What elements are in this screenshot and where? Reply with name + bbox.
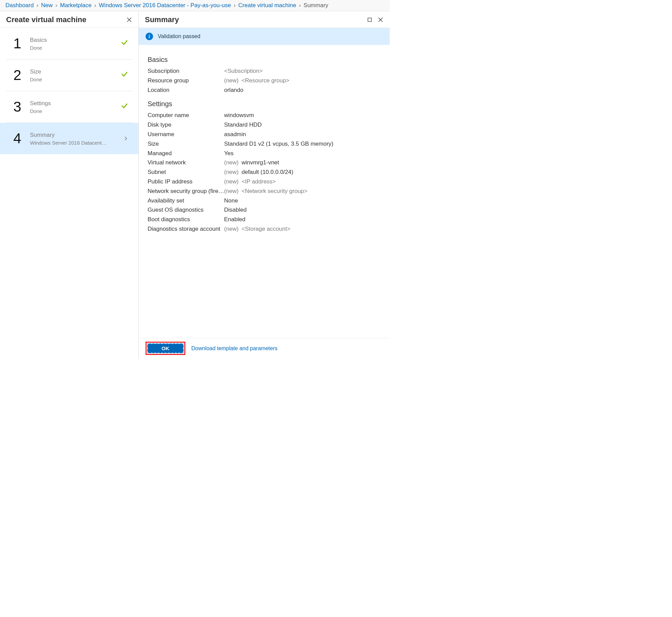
- kv-value: Disabled: [224, 206, 247, 214]
- kv-key: Size: [148, 140, 224, 148]
- kv-new-prefix: (new): [224, 159, 240, 166]
- info-icon: i: [146, 33, 153, 40]
- kv-new-prefix: (new): [224, 178, 240, 185]
- kv-value-text: orlando: [224, 87, 243, 93]
- kv-key: Availability set: [148, 197, 224, 205]
- step-subtitle: Windows Server 2016 Datacenter …: [30, 140, 108, 146]
- kv-value: (new) <Resource group>: [224, 77, 289, 85]
- breadcrumb-separator: ›: [36, 2, 38, 9]
- kv-value: asadmin: [224, 130, 246, 139]
- kv-row: Computer namewindowsvm: [148, 111, 381, 120]
- step-number: 4: [10, 130, 24, 147]
- step-labels: BasicsDone: [30, 37, 121, 51]
- step-title: Settings: [30, 100, 121, 107]
- breadcrumb-item: Summary: [304, 2, 329, 9]
- step-number: 3: [10, 99, 24, 115]
- kv-new-prefix: (new): [224, 226, 240, 232]
- breadcrumb-item[interactable]: Marketplace: [60, 2, 92, 9]
- summary-body: Basics Subscription<Subscription>Resourc…: [139, 45, 390, 338]
- breadcrumb-item[interactable]: Create virtual machine: [238, 2, 296, 9]
- kv-new-prefix: (new): [224, 188, 240, 194]
- kv-value: <Subscription>: [224, 67, 263, 75]
- right-blade-header: Summary: [139, 11, 390, 28]
- left-blade-title: Create virtual machine: [6, 15, 86, 24]
- breadcrumb-separator: ›: [299, 2, 301, 9]
- breadcrumb-separator: ›: [94, 2, 96, 9]
- kv-key: Subnet: [148, 168, 224, 176]
- breadcrumb-separator: ›: [55, 2, 57, 9]
- kv-row: Usernameasadmin: [148, 130, 381, 139]
- kv-value: Yes: [224, 149, 234, 158]
- kv-value: None: [224, 197, 238, 205]
- kv-row: Diagnostics storage account(new) <Storag…: [148, 224, 381, 234]
- close-icon[interactable]: [126, 17, 132, 23]
- kv-value: windowsvm: [224, 111, 254, 119]
- step-subtitle: Done: [30, 108, 108, 114]
- kv-value: orlando: [224, 86, 243, 94]
- kv-value-text: Yes: [224, 150, 234, 157]
- kv-key: Resource group: [148, 77, 224, 85]
- kv-key: Public IP address: [148, 178, 224, 186]
- breadcrumb-item[interactable]: Dashboard: [5, 2, 34, 9]
- step-item-summary[interactable]: 4SummaryWindows Server 2016 Datacenter …: [0, 123, 138, 154]
- check-icon: [121, 70, 128, 80]
- kv-value-text: windowsvm: [224, 112, 254, 118]
- kv-row: Virtual network(new) winvmrg1-vnet: [148, 158, 381, 167]
- maximize-icon[interactable]: [367, 17, 373, 23]
- validation-text: Validation passed: [158, 33, 200, 39]
- summary-blade: Summary i Validation passed Basics Subsc…: [139, 11, 390, 358]
- breadcrumb-separator: ›: [234, 2, 236, 9]
- kv-row: SizeStandard D1 v2 (1 vcpus, 3.5 GB memo…: [148, 139, 381, 149]
- breadcrumb-item[interactable]: Windows Server 2016 Datacenter - Pay-as-…: [99, 2, 231, 9]
- step-item-settings[interactable]: 3SettingsDone: [6, 91, 132, 123]
- kv-key: Managed: [148, 149, 224, 158]
- step-item-size[interactable]: 2SizeDone: [6, 60, 132, 91]
- chevron-right-icon: [123, 135, 128, 143]
- kv-key: Disk type: [148, 121, 224, 129]
- step-title: Basics: [30, 37, 121, 44]
- right-blade-title: Summary: [145, 15, 179, 24]
- step-number: 2: [10, 67, 24, 83]
- kv-value-text: Disabled: [224, 207, 247, 213]
- kv-value-text: default (10.0.0.0/24): [241, 169, 293, 175]
- kv-value: Enabled: [224, 215, 245, 224]
- step-number: 1: [10, 35, 24, 52]
- step-labels: SummaryWindows Server 2016 Datacenter …: [30, 132, 123, 146]
- kv-row: ManagedYes: [148, 149, 381, 158]
- step-subtitle: Done: [30, 77, 108, 82]
- basics-rows: Subscription<Subscription>Resource group…: [148, 66, 381, 95]
- kv-new-prefix: (new): [224, 169, 240, 175]
- kv-row: Boot diagnosticsEnabled: [148, 215, 381, 224]
- ok-button[interactable]: OK: [147, 343, 184, 353]
- section-heading-settings: Settings: [148, 100, 381, 108]
- close-icon[interactable]: [377, 17, 384, 23]
- blade-footer: OK Download template and parameters: [139, 338, 390, 358]
- kv-row: Locationorlando: [148, 85, 381, 95]
- kv-value-text: <Resource group>: [241, 77, 289, 84]
- kv-key: Virtual network: [148, 159, 224, 167]
- kv-row: Resource group(new) <Resource group>: [148, 76, 381, 85]
- step-subtitle: Done: [30, 45, 108, 51]
- step-title: Summary: [30, 132, 123, 139]
- kv-value: (new) <IP address>: [224, 178, 276, 186]
- kv-value: (new) <Storage account>: [224, 225, 290, 233]
- breadcrumb: Dashboard›New›Marketplace›Windows Server…: [0, 0, 390, 11]
- kv-value-text: <Subscription>: [224, 68, 263, 74]
- breadcrumb-item[interactable]: New: [41, 2, 53, 9]
- kv-value: Standard HDD: [224, 121, 262, 129]
- create-vm-blade: Create virtual machine 1BasicsDone2SizeD…: [0, 11, 139, 358]
- kv-key: Computer name: [148, 111, 224, 119]
- left-blade-header: Create virtual machine: [0, 11, 138, 28]
- kv-key: Boot diagnostics: [148, 215, 224, 224]
- step-item-basics[interactable]: 1BasicsDone: [6, 28, 132, 60]
- main-row: Create virtual machine 1BasicsDone2SizeD…: [0, 11, 390, 358]
- kv-value-text: asadmin: [224, 131, 246, 137]
- kv-row: Availability setNone: [148, 196, 381, 206]
- download-template-link[interactable]: Download template and parameters: [191, 345, 278, 352]
- kv-row: Public IP address(new) <IP address>: [148, 177, 381, 186]
- step-labels: SettingsDone: [30, 100, 121, 114]
- kv-value-text: Standard D1 v2 (1 vcpus, 3.5 GB memory): [224, 141, 333, 147]
- kv-value-text: <IP address>: [241, 178, 276, 185]
- kv-row: Subnet(new) default (10.0.0.0/24): [148, 167, 381, 177]
- kv-value-text: <Network security group>: [241, 188, 307, 194]
